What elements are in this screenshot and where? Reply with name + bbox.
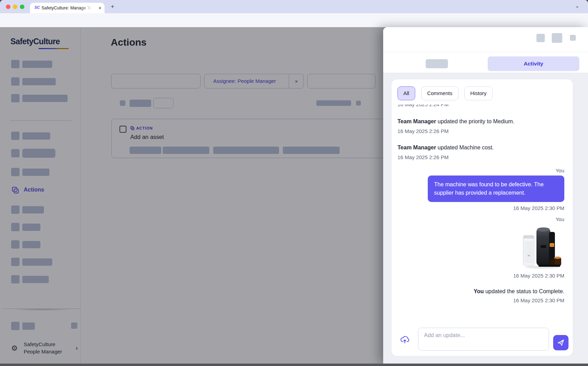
activity-timestamp: 16 May 2025 2:26 PM xyxy=(397,154,564,161)
browser-tab[interactable]: SC SafetyCulture: Manage Teams × xyxy=(30,3,105,13)
activity-timestamp: 16 May 2025 2:30 PM xyxy=(397,297,564,304)
filter-history[interactable]: History xyxy=(464,86,493,100)
modal-dim-overlay[interactable] xyxy=(0,27,386,364)
update-input[interactable] xyxy=(418,328,549,351)
header-divider xyxy=(383,52,588,52)
skeleton-header-action xyxy=(536,34,545,42)
tab-activity[interactable]: Activity xyxy=(488,56,579,71)
send-plane-icon xyxy=(557,338,565,347)
activity-event: Team Manager updated Machine cost. 16 Ma… xyxy=(397,143,564,161)
safetyculture-favicon-icon: SC xyxy=(34,5,40,9)
comment-bubble: The machine was found to be defective. T… xyxy=(428,176,564,202)
macos-minimize-button[interactable] xyxy=(13,5,17,9)
desktop-edge xyxy=(0,364,588,366)
skeleton-header-action xyxy=(552,33,562,43)
task-detail-drawer: Activity All Comments History 16 May 202… xyxy=(383,27,588,364)
actor-name: Team Manager xyxy=(397,118,436,124)
drawer-header: Activity xyxy=(383,27,588,73)
filter-comments[interactable]: Comments xyxy=(421,86,458,100)
tab-title-fade xyxy=(80,5,95,11)
activity-image-comment: You xyxy=(397,216,564,279)
activity-comment: You The machine was found to be defectiv… xyxy=(397,167,564,212)
skeleton-header-action xyxy=(570,35,576,41)
macos-close-button[interactable] xyxy=(6,5,10,9)
tab-search-chevron-icon[interactable]: ⌄ xyxy=(573,2,581,10)
skeleton-details-tab xyxy=(426,59,448,68)
browser-window: SC SafetyCulture: Manage Teams × + ⌄ ← →… xyxy=(0,0,588,364)
coffee-machine-photo[interactable] xyxy=(520,224,564,270)
activity-event: You updated the status to Complete. 16 M… xyxy=(397,287,564,304)
browser-toolbar: ← → ⟳ https://app.safetyculture.com/task… xyxy=(0,13,588,27)
macos-zoom-button[interactable] xyxy=(20,5,24,9)
page-content: SafetyCulture xyxy=(0,27,588,364)
activity-event: Team Manager updated the priority to Med… xyxy=(397,117,564,135)
filter-all[interactable]: All xyxy=(397,86,415,100)
activity-timestamp: 16 May 2025 2:26 PM xyxy=(397,128,564,135)
send-button[interactable] xyxy=(553,335,568,350)
tab-close-icon[interactable]: × xyxy=(97,5,103,11)
comment-author: You xyxy=(397,216,564,223)
activity-feed: 16 May 2025 2:24 PM Team Manager updated… xyxy=(392,101,573,304)
comment-author: You xyxy=(397,167,564,174)
new-tab-button[interactable]: + xyxy=(109,3,116,10)
tab-strip: SC SafetyCulture: Manage Teams × + ⌄ xyxy=(0,0,588,13)
activity-timestamp: 16 May 2025 2:30 PM xyxy=(397,272,564,279)
screen: SC SafetyCulture: Manage Teams × + ⌄ ← →… xyxy=(0,0,588,366)
event-text: updated the priority to Medium. xyxy=(436,118,514,124)
activity-card: All Comments History 16 May 2025 2:24 PM… xyxy=(392,79,573,356)
event-text: updated Machine cost. xyxy=(436,145,494,150)
actor-name: You xyxy=(474,288,484,294)
activity-timestamp: 16 May 2025 2:30 PM xyxy=(397,205,564,212)
coffee-machine-image xyxy=(520,224,564,270)
event-text: updated the status to Complete. xyxy=(484,288,564,294)
upload-attachment-icon[interactable] xyxy=(400,336,410,344)
activity-filter-row: All Comments History xyxy=(392,79,573,104)
update-composer xyxy=(392,327,573,351)
actor-name: Team Manager xyxy=(397,145,436,150)
